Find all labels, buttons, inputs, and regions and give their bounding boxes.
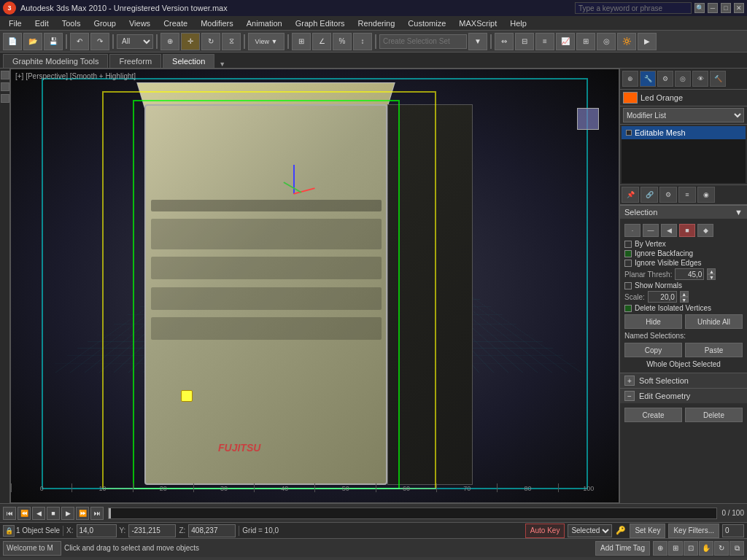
undo-button[interactable]: ↶	[70, 33, 89, 50]
spinner-snap[interactable]: ↕	[353, 33, 372, 50]
menu-tools[interactable]: Tools	[56, 18, 87, 29]
paste-sel-button[interactable]: Paste	[685, 343, 743, 357]
render-setup[interactable]: 🔆	[617, 33, 636, 50]
copy-sel-button[interactable]: Copy	[624, 343, 682, 357]
snaps-toggle[interactable]: ⊞	[292, 33, 311, 50]
by-vertex-cb[interactable]	[624, 241, 632, 248]
maximize-vp[interactable]: ⧉	[729, 541, 744, 556]
subobj-polygon[interactable]: ■	[679, 224, 695, 237]
mirror-button[interactable]: ⇔	[495, 33, 514, 50]
redo-button[interactable]: ↷	[90, 33, 109, 50]
key-frame-input[interactable]	[722, 524, 744, 537]
play-back[interactable]: ◀	[32, 507, 45, 520]
maximize-button[interactable]: □	[721, 3, 731, 13]
play-fwd-end[interactable]: ⏭	[90, 507, 104, 520]
show-normals-cb[interactable]	[624, 282, 632, 289]
ignore-backfacing-cb[interactable]	[624, 250, 632, 257]
menu-file[interactable]: File	[3, 18, 28, 29]
menu-customize[interactable]: Customize	[402, 18, 452, 29]
rpanel-pin-icon[interactable]: 📌	[622, 187, 639, 203]
menu-rendering[interactable]: Rendering	[352, 18, 401, 29]
select-obj-button[interactable]: ⊕	[160, 33, 179, 50]
ref-coord-button[interactable]: View ▼	[248, 33, 285, 50]
schematic-view[interactable]: ⊞	[576, 33, 595, 50]
menu-edit[interactable]: Edit	[29, 18, 55, 29]
open-button[interactable]: 📂	[23, 33, 42, 50]
rpanel-display-icon[interactable]: ◉	[697, 187, 715, 203]
key-filters-button[interactable]: Key Filters...	[668, 524, 719, 538]
named-selection-input[interactable]	[379, 34, 467, 49]
zoom-button[interactable]: ⊕	[653, 541, 667, 556]
sel-lock-icon[interactable]: 🔒	[3, 525, 15, 537]
menu-graph-editors[interactable]: Graph Editors	[290, 18, 351, 29]
close-button[interactable]: ✕	[734, 3, 744, 13]
menu-group[interactable]: Group	[88, 18, 122, 29]
soft-selection-header[interactable]: + Soft Selection	[620, 373, 747, 388]
zoom-region[interactable]: ⊡	[684, 541, 698, 556]
tab-graphite[interactable]: Graphite Modeling Tools	[3, 54, 108, 68]
menu-create[interactable]: Create	[158, 18, 193, 29]
selection-section-header[interactable]: Selection ▼	[620, 205, 747, 219]
menu-help[interactable]: Help	[504, 18, 533, 29]
set-key-button[interactable]: Set Key	[630, 524, 665, 538]
select-rotate-button[interactable]: ↻	[201, 33, 220, 50]
titlebar-search[interactable]	[575, 2, 692, 14]
subobj-element[interactable]: ◆	[697, 224, 713, 237]
play-stop[interactable]: ■	[47, 507, 60, 520]
new-button[interactable]: 📄	[3, 33, 22, 50]
rpanel-icon-hierarchy[interactable]: ⚙	[657, 71, 673, 87]
selection-filter[interactable]: All	[117, 34, 153, 49]
delete-button[interactable]: Delete	[685, 408, 743, 422]
rpanel-link-icon[interactable]: 🔗	[640, 187, 658, 203]
scale-up[interactable]: ▲	[680, 291, 689, 297]
scale-input[interactable]	[648, 291, 677, 303]
rpanel-options-icon[interactable]: ⚙	[659, 187, 677, 203]
rpanel-icon-motion[interactable]: ◎	[675, 71, 691, 87]
align-button[interactable]: ⊟	[515, 33, 534, 50]
subobj-face[interactable]: ◀	[661, 224, 677, 237]
object-color-swatch[interactable]	[623, 92, 638, 104]
minimize-button[interactable]: ─	[708, 3, 718, 13]
select-move-button[interactable]: ✛	[181, 33, 200, 50]
rpanel-icon-utilities[interactable]: 🔨	[710, 71, 726, 87]
view-gizmo[interactable]	[573, 104, 606, 137]
modifier-editable-mesh[interactable]: Editable Mesh	[622, 126, 746, 139]
selected-dropdown[interactable]: Selected	[568, 524, 612, 537]
named-sel-dropdown[interactable]: ▼	[468, 33, 487, 50]
subobj-vertex[interactable]: ·	[624, 224, 640, 237]
menu-views[interactable]: Views	[123, 18, 156, 29]
x-coord-input[interactable]	[77, 524, 117, 537]
orbit-button[interactable]: ↻	[714, 541, 729, 556]
save-button[interactable]: 💾	[44, 33, 63, 50]
y-coord-input[interactable]	[128, 524, 176, 537]
create-button[interactable]: Create	[624, 408, 682, 422]
viewport-canvas[interactable]: FUJITSU 0 10 20	[11, 69, 619, 502]
play-fwd[interactable]: ▶	[61, 507, 74, 520]
menu-animation[interactable]: Animation	[241, 18, 288, 29]
ignore-visible-cb[interactable]	[624, 260, 632, 267]
add-time-tag-button[interactable]: Add Time Tag	[595, 541, 650, 556]
curve-editor[interactable]: 📈	[556, 33, 575, 50]
tab-menu[interactable]: ▼	[219, 61, 225, 68]
menu-maxscript[interactable]: MAXScript	[453, 18, 503, 29]
rpanel-icon-modify[interactable]: 🔧	[640, 71, 656, 87]
menu-modifiers[interactable]: Modifiers	[195, 18, 239, 29]
modifier-list-select[interactable]: Modifier List	[623, 108, 744, 122]
pan-button[interactable]: ✋	[699, 541, 713, 556]
search-button[interactable]: 🔍	[694, 3, 705, 13]
subobj-edge[interactable]: —	[643, 224, 659, 237]
play-back-end[interactable]: ⏮	[3, 507, 16, 520]
tab-selection[interactable]: Selection	[163, 54, 214, 68]
tab-freeform[interactable]: Freeform	[109, 54, 161, 68]
play-fwd-frame[interactable]: ⏩	[76, 507, 89, 520]
quick-render[interactable]: ▶	[638, 33, 657, 50]
zoom-all-button[interactable]: ⊞	[668, 541, 683, 556]
soft-sel-collapse-icon[interactable]: +	[624, 376, 635, 386]
unhide-all-button[interactable]: Unhide All	[685, 314, 743, 329]
layer-manager[interactable]: ≡	[535, 33, 554, 50]
planar-thresh-input[interactable]	[675, 268, 704, 280]
auto-key-button[interactable]: Auto Key	[525, 524, 565, 538]
hide-button[interactable]: Hide	[624, 314, 682, 329]
material-editor[interactable]: ◎	[597, 33, 616, 50]
rpanel-icon-display[interactable]: 👁	[692, 71, 708, 87]
